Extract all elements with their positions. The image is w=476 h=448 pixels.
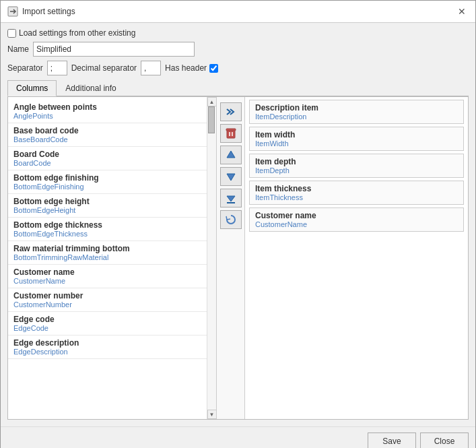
- list-item-name: Customer name: [13, 267, 201, 277]
- list-item-code: BottomEdgeFinishing: [13, 183, 201, 191]
- scroll-thumb[interactable]: [208, 106, 215, 133]
- add-all-icon: [225, 106, 237, 118]
- separator-row: Separator Decimal separator Has header: [7, 61, 469, 75]
- right-item-name: Item thickness: [255, 184, 458, 193]
- right-item: Item widthItemWidth: [249, 127, 464, 151]
- list-item-code: AnglePoints: [13, 112, 201, 120]
- import-icon: [7, 6, 18, 17]
- list-item-name: Bottom edge finishing: [13, 173, 201, 183]
- list-item-code: CustomerName: [13, 277, 201, 285]
- close-title-button[interactable]: ✕: [455, 5, 469, 18]
- scrollbar: ▲ ▼: [207, 97, 216, 419]
- svg-marker-8: [227, 196, 235, 201]
- move-bottom-button[interactable]: [220, 189, 242, 207]
- separator-label: Separator: [7, 63, 43, 73]
- list-item[interactable]: Edge descriptionEdgeDescription: [8, 335, 207, 359]
- list-item-name: Edge description: [13, 338, 201, 348]
- right-item-name: Item width: [255, 130, 458, 139]
- dialog-title: Import settings: [22, 7, 75, 16]
- load-settings-checkbox[interactable]: [7, 29, 16, 38]
- title-bar: Import settings ✕: [1, 1, 475, 23]
- list-item[interactable]: Base board codeBaseBoardCode: [8, 123, 207, 147]
- rotate-icon: [225, 214, 237, 226]
- content-area: Angle between pointsAnglePointsBase boar…: [7, 96, 469, 420]
- right-item-code: ItemDescription: [255, 113, 458, 121]
- right-item-code: ItemThickness: [255, 193, 458, 201]
- remove-button[interactable]: [220, 124, 242, 143]
- left-panel: Angle between pointsAnglePointsBase boar…: [8, 97, 217, 419]
- decimal-label: Decimal separator: [71, 63, 137, 73]
- svg-rect-2: [227, 130, 235, 138]
- right-item: Item depthItemDepth: [249, 154, 464, 178]
- list-item-name: Angle between points: [13, 102, 201, 112]
- tab-additional-info[interactable]: Additional info: [57, 80, 125, 96]
- list-item-code: BaseBoardCode: [13, 135, 201, 143]
- left-list: Angle between pointsAnglePointsBase boar…: [8, 97, 207, 419]
- import-settings-dialog: Import settings ✕ Load settings from oth…: [0, 0, 476, 448]
- right-item-name: Description item: [255, 103, 458, 113]
- svg-marker-7: [227, 174, 235, 181]
- save-button[interactable]: Save: [368, 433, 416, 448]
- scroll-track: [207, 106, 217, 410]
- list-item[interactable]: Edge codeEdgeCode: [8, 312, 207, 335]
- dialog-body: Load settings from other existing Name S…: [1, 23, 475, 426]
- tab-columns[interactable]: Columns: [7, 80, 57, 96]
- list-item[interactable]: Bottom edge heightBottomEdgeHeight: [8, 194, 207, 218]
- list-item-code: EdgeCode: [13, 324, 201, 332]
- delete-icon: [225, 127, 237, 139]
- svg-marker-6: [227, 151, 235, 158]
- name-label: Name: [7, 44, 29, 54]
- list-item[interactable]: Bottom edge thicknessBottomEdgeThickness: [8, 218, 207, 241]
- scroll-up-arrow[interactable]: ▲: [207, 97, 217, 106]
- list-item-name: Board Code: [13, 150, 201, 159]
- move-bottom-icon: [225, 192, 237, 204]
- load-settings-label: Load settings from other existing: [7, 28, 135, 38]
- list-item-name: Raw material trimming bottom: [13, 244, 201, 253]
- right-item-code: ItemDepth: [255, 166, 458, 174]
- list-item-code: BoardCode: [13, 159, 201, 167]
- has-header-label: Has header: [165, 63, 218, 73]
- right-item-code: CustomerName: [255, 220, 458, 228]
- move-up-button[interactable]: [220, 146, 242, 164]
- dialog-footer: Save Close: [1, 426, 475, 448]
- list-item-name: Edge code: [13, 315, 201, 324]
- list-item-code: BottomEdgeThickness: [13, 230, 201, 238]
- middle-buttons: [217, 97, 245, 419]
- move-down-icon: [225, 170, 237, 183]
- list-item[interactable]: Raw material trimming bottomBottomTrimmi…: [8, 241, 207, 265]
- list-item[interactable]: Board CodeBoardCode: [8, 147, 207, 170]
- list-item[interactable]: Bottom edge finishingBottomEdgeFinishing: [8, 170, 207, 194]
- right-item: Description itemItemDescription: [249, 100, 464, 124]
- list-item-code: CustomerNumber: [13, 300, 201, 309]
- list-item-name: Bottom edge height: [13, 197, 201, 206]
- move-up-icon: [225, 149, 237, 161]
- list-item-name: Bottom edge thickness: [13, 220, 201, 230]
- rotate-button[interactable]: [220, 210, 242, 229]
- add-all-button[interactable]: [220, 102, 242, 121]
- list-item[interactable]: Customer nameCustomerName: [8, 265, 207, 288]
- load-settings-row: Load settings from other existing: [7, 28, 469, 38]
- right-item-name: Item depth: [255, 157, 458, 166]
- tabs: Columns Additional info: [7, 79, 469, 96]
- list-item-code: BottomTrimmingRawMaterial: [13, 253, 201, 261]
- svg-rect-3: [226, 129, 236, 131]
- separator-input[interactable]: [47, 61, 67, 75]
- list-item[interactable]: Customer numberCustomerNumber: [8, 288, 207, 312]
- right-item-name: Customer name: [255, 211, 458, 220]
- list-item-name: Customer number: [13, 291, 201, 300]
- list-item-code: BottomEdgeHeight: [13, 206, 201, 214]
- right-item: Item thicknessItemThickness: [249, 181, 464, 205]
- scroll-down-arrow[interactable]: ▼: [207, 410, 217, 419]
- name-input[interactable]: [33, 42, 195, 57]
- has-header-checkbox[interactable]: [209, 64, 218, 73]
- right-item: Customer nameCustomerName: [249, 207, 464, 232]
- list-item-name: Base board code: [13, 126, 201, 135]
- right-panel: Description itemItemDescriptionItem widt…: [245, 97, 468, 419]
- list-item[interactable]: Angle between pointsAnglePoints: [8, 100, 207, 123]
- list-item-code: EdgeDescription: [13, 348, 201, 356]
- close-button[interactable]: Close: [420, 433, 469, 448]
- decimal-input[interactable]: [141, 61, 161, 75]
- name-row: Name: [7, 42, 469, 57]
- right-item-code: ItemWidth: [255, 139, 458, 148]
- move-down-button[interactable]: [220, 167, 242, 186]
